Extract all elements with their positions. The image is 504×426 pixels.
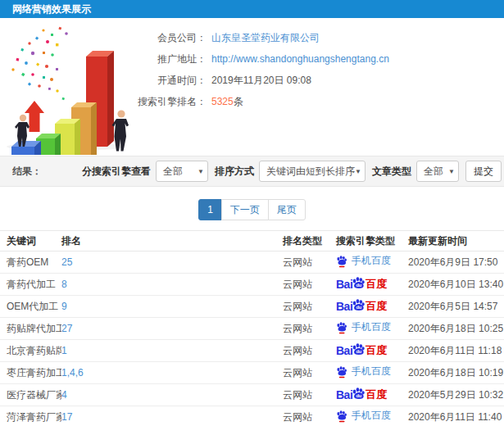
engine-select[interactable]: 全部 ▼: [156, 161, 208, 182]
baidu-pc-logo: Baidu百度: [336, 276, 387, 292]
company-info-section: 会员公司： 山东皇圣堂药业有限公司 推广地址： http://www.shand…: [0, 18, 504, 156]
ranking-count-number: 5325: [211, 96, 234, 107]
rank-type-cell: 云网站: [283, 406, 336, 426]
keyword-cell: 膏药代加工: [0, 274, 61, 296]
engine-type-cell: Baidu百度: [336, 296, 408, 318]
table-row: 膏药OEM25云网站手机百度2020年6月9日 17:50: [0, 252, 504, 274]
keyword-ranking-table: 关键词 排名 排名类型 搜索引擎类型 最新更新时间 膏药OEM25云网站手机百度…: [0, 230, 504, 426]
rank-cell: 25: [61, 252, 283, 274]
ranking-count-value: 5325条: [211, 91, 243, 112]
member-company-label: 会员公司：: [0, 27, 207, 48]
sort-filter-label: 排序方式: [215, 165, 254, 179]
engine-type-cell: Baidu百度: [336, 340, 408, 362]
engine-filter-label: 分搜索引擎查看: [82, 165, 151, 179]
updated-time-cell: 2020年5月29日 10:32: [408, 384, 504, 406]
engine-type-cell: 手机百度: [336, 406, 408, 426]
mobile-baidu-icon: [336, 255, 347, 268]
engine-type-cell: 手机百度: [336, 252, 408, 274]
table-row: 菏泽膏药厂家17云网站手机百度2020年6月11日 11:40: [0, 406, 504, 426]
baidu-pc-logo: Baidu百度: [336, 342, 387, 359]
rank-cell: 1: [61, 340, 283, 362]
engine-type-cell: 手机百度: [336, 318, 408, 340]
page-title: 网络营销效果展示: [12, 3, 91, 15]
engine-name-label: 手机百度: [352, 320, 391, 334]
engine-select-value: 全部: [163, 165, 183, 177]
rank-link[interactable]: 27: [61, 323, 72, 334]
chevron-down-icon: ▼: [355, 161, 361, 183]
engine-type-cell: 手机百度: [336, 362, 408, 384]
ranking-count-row: 搜索引擎排名： 5325条: [0, 91, 389, 112]
rank-cell: 8: [61, 274, 283, 296]
baidu-cn-wordmark: 百度: [366, 277, 387, 292]
baidu-wordmark: Bai: [336, 300, 352, 313]
rank-type-cell: 云网站: [283, 318, 336, 340]
table-row: 枣庄膏药加工1,4,6云网站手机百度2020年6月18日 10:19: [0, 362, 504, 384]
keyword-cell: 菏泽膏药厂家: [0, 406, 61, 426]
table-row: OEM代加工9云网站Baidu百度2020年6月5日 14:57: [0, 296, 504, 318]
mobile-baidu-icon: [336, 321, 347, 334]
sort-select[interactable]: 关键词由短到长排序 ▼: [259, 161, 366, 182]
updated-time-cell: 2020年6月9日 17:50: [408, 252, 504, 274]
article-type-value: 全部: [424, 165, 443, 177]
ranking-count-suffix: 条: [234, 96, 243, 107]
article-type-select[interactable]: 全部 ▼: [416, 161, 459, 182]
keyword-cell: 药贴牌代加工: [0, 318, 61, 340]
updated-time-cell: 2020年6月10日 13:40: [408, 274, 504, 296]
updated-time-cell: 2020年6月11日 11:18: [408, 340, 504, 362]
rank-link[interactable]: 9: [61, 301, 67, 312]
page-titlebar: 网络营销效果展示: [0, 0, 504, 18]
rank-cell: 17: [61, 406, 283, 426]
baidu-pc-logo: Baidu百度: [336, 298, 387, 315]
baidu-paw-icon: du: [352, 342, 366, 356]
rank-cell: 9: [61, 296, 283, 318]
company-info-fields: 会员公司： 山东皇圣堂药业有限公司 推广地址： http://www.shand…: [0, 27, 389, 112]
submit-button[interactable]: 提交: [465, 161, 502, 182]
engine-type-cell: Baidu百度: [336, 274, 408, 296]
sort-select-value: 关键词由短到长排序: [266, 165, 355, 177]
promo-url-link[interactable]: http://www.shandonghuangshengtang.cn: [211, 48, 389, 70]
mobile-baidu-badge: 手机百度: [336, 320, 391, 334]
open-time-value: 2019年11月20日 09:08: [211, 70, 311, 91]
table-header-row: 关键词 排名 排名类型 搜索引擎类型 最新更新时间: [0, 231, 504, 252]
rank-link[interactable]: 1: [61, 345, 67, 356]
next-page-button[interactable]: 下一页: [221, 199, 269, 220]
page-1-button[interactable]: 1: [198, 199, 222, 220]
col-rank-type: 排名类型: [283, 231, 336, 252]
rank-cell: 4: [61, 384, 283, 406]
rank-type-cell: 云网站: [283, 252, 336, 274]
rank-link[interactable]: 17: [61, 411, 72, 423]
engine-name-label: 手机百度: [352, 365, 391, 378]
ranking-count-label: 搜索引擎排名：: [0, 91, 207, 112]
rank-type-cell: 云网站: [283, 274, 336, 296]
rank-link[interactable]: 25: [61, 256, 72, 268]
rank-link[interactable]: 1,4,6: [61, 367, 84, 378]
baidu-paw-icon: du: [352, 276, 366, 290]
rank-link[interactable]: 4: [61, 389, 67, 401]
mobile-baidu-badge: 手机百度: [336, 254, 391, 268]
updated-time-cell: 2020年6月5日 14:57: [408, 296, 504, 318]
baidu-cn-wordmark: 百度: [366, 387, 387, 402]
rank-type-cell: 云网站: [283, 296, 336, 318]
engine-name-label: 手机百度: [352, 409, 391, 423]
svg-text:du: du: [356, 283, 362, 288]
col-engine-type: 搜索引擎类型: [336, 231, 408, 252]
mobile-baidu-badge: 手机百度: [336, 409, 391, 423]
article-type-label: 文章类型: [372, 165, 411, 179]
rank-type-cell: 云网站: [283, 340, 336, 362]
table-row: 医疗器械厂家4云网站Baidu百度2020年5月29日 10:32: [0, 384, 504, 406]
updated-time-cell: 2020年6月11日 11:40: [408, 406, 504, 426]
member-company-row: 会员公司： 山东皇圣堂药业有限公司: [0, 27, 389, 48]
member-company-link[interactable]: 山东皇圣堂药业有限公司: [211, 27, 320, 48]
chevron-down-icon: ▼: [198, 161, 204, 183]
baidu-cn-wordmark: 百度: [366, 299, 387, 314]
rank-link[interactable]: 8: [61, 279, 67, 290]
open-time-row: 开通时间： 2019年11月20日 09:08: [0, 70, 389, 91]
keyword-cell: OEM代加工: [0, 296, 61, 318]
engine-type-cell: Baidu百度: [336, 384, 408, 406]
baidu-wordmark: Bai: [336, 388, 352, 401]
rank-type-cell: 云网站: [283, 362, 336, 384]
svg-text:du: du: [356, 305, 362, 310]
table-row: 药贴牌代加工27云网站手机百度2020年6月18日 10:25: [0, 318, 504, 340]
last-page-button[interactable]: 尾页: [268, 199, 306, 220]
col-keyword: 关键词: [0, 231, 61, 252]
